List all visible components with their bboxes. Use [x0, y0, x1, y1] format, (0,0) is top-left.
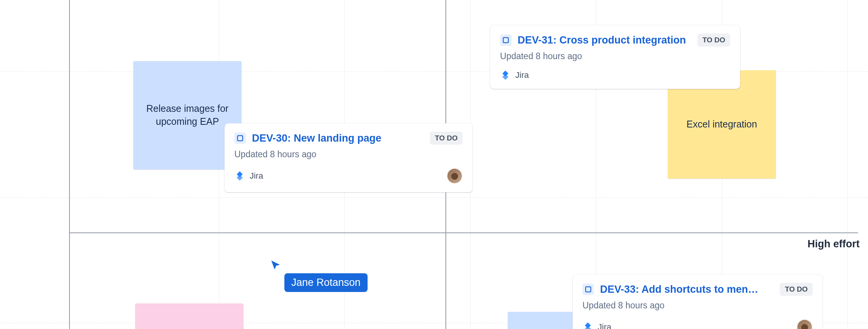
presence-user-name: Jane Rotanson — [291, 277, 361, 288]
jira-card-dev30[interactable]: DEV-30: New landing page TO DO Updated 8… — [224, 123, 473, 192]
axis-label-right: High effort — [808, 238, 860, 250]
task-icon — [582, 284, 594, 295]
jira-card-updated: Updated 8 hours ago — [582, 300, 813, 311]
presence-name-pill: Jane Rotanson — [284, 273, 368, 292]
jira-app-label: Jira — [515, 70, 529, 80]
jira-app-label: Jira — [598, 322, 611, 329]
task-icon — [234, 132, 246, 144]
jira-card-title: DEV-31: Cross product integration — [518, 34, 686, 46]
jira-logo-icon — [500, 70, 511, 81]
jira-card-title: DEV-33: Add shortcuts to menu it.. — [600, 284, 764, 295]
assignee-avatar[interactable] — [797, 319, 813, 329]
quadrant-axis-vertical-left — [69, 0, 70, 329]
sticky-note-pink[interactable] — [135, 303, 244, 329]
jira-card-updated: Updated 8 hours ago — [500, 51, 730, 61]
sticky-note-text: Release images for upcoming EAP — [140, 102, 235, 128]
svg-rect-2 — [586, 287, 591, 292]
grid-vline — [847, 0, 848, 329]
jira-card-dev33[interactable]: DEV-33: Add shortcuts to menu it.. TO DO… — [573, 274, 823, 329]
jira-card-updated: Updated 8 hours ago — [234, 149, 463, 160]
presence-cursor-icon — [270, 260, 281, 271]
jira-card-dev31[interactable]: DEV-31: Cross product integration TO DO … — [490, 25, 740, 89]
jira-card-title: DEV-30: New landing page — [252, 132, 381, 144]
task-icon — [500, 34, 511, 46]
jira-app-label: Jira — [250, 171, 263, 181]
status-badge: TO DO — [430, 132, 463, 145]
jira-logo-icon — [582, 322, 593, 329]
quadrant-axis-horizontal — [69, 232, 858, 233]
svg-rect-1 — [237, 135, 243, 141]
assignee-avatar[interactable] — [447, 168, 463, 184]
grid-hline — [0, 197, 868, 198]
status-badge: TO DO — [780, 283, 813, 296]
whiteboard-canvas[interactable]: Release images for upcoming EAP Excel in… — [0, 0, 868, 329]
jira-logo-icon — [234, 171, 245, 181]
svg-rect-0 — [503, 37, 508, 43]
status-badge: TO DO — [697, 34, 730, 47]
sticky-note-text: Excel integration — [687, 118, 757, 131]
